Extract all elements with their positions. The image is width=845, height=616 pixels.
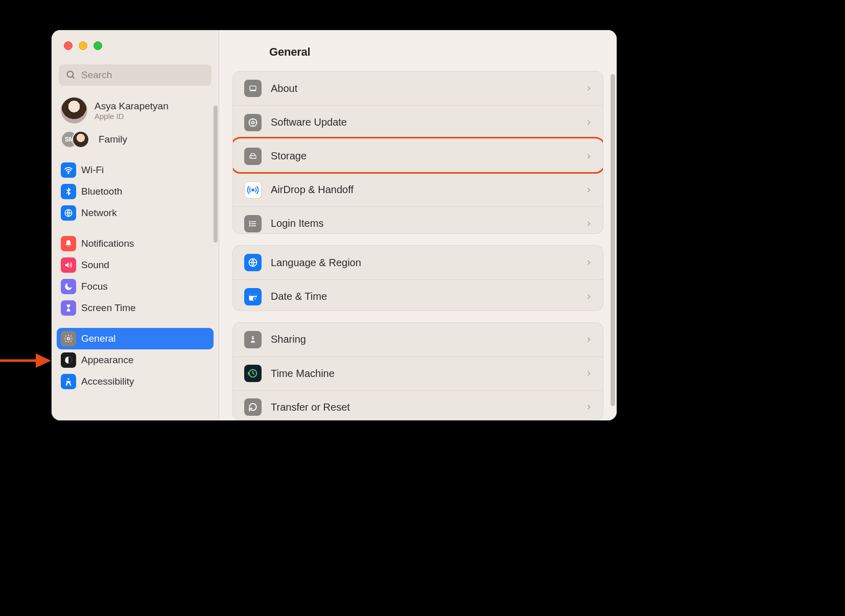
settings-group: About Software Update Storage — [232, 71, 603, 234]
sidebar-scrollbar[interactable] — [214, 106, 218, 243]
screentime-icon — [61, 300, 76, 316]
sidebar-item-general[interactable]: General — [57, 328, 214, 349]
row-label: Transfer or Reset — [271, 401, 585, 413]
sidebar-item-wifi[interactable]: Wi-Fi — [57, 159, 214, 181]
airdrop-icon — [244, 181, 262, 199]
chevron-right-icon — [585, 186, 592, 194]
family-row[interactable]: SM Family — [52, 126, 219, 156]
maximize-button[interactable] — [93, 41, 102, 50]
svg-point-6 — [67, 338, 70, 340]
storage-icon — [244, 148, 262, 165]
svg-rect-13 — [250, 155, 256, 158]
svg-point-12 — [252, 121, 254, 124]
sidebar-item-label: Appearance — [81, 354, 133, 366]
row-label: Language & Region — [271, 257, 585, 269]
row-label: Time Machine — [271, 368, 585, 380]
appearance-icon — [61, 352, 76, 368]
chevron-right-icon — [585, 119, 592, 127]
chevron-right-icon — [585, 152, 592, 160]
time-machine-icon — [244, 365, 262, 382]
family-label: Family — [99, 134, 127, 145]
general-icon — [61, 331, 76, 346]
row-airdrop-handoff[interactable]: AirDrop & Handoff — [233, 173, 603, 206]
sidebar-item-network[interactable]: Network — [57, 202, 214, 224]
sidebar-item-sound[interactable]: Sound — [57, 254, 214, 276]
svg-point-4 — [68, 173, 69, 174]
date-time-icon — [244, 288, 262, 305]
row-label: Date & Time — [271, 291, 585, 302]
search-icon — [66, 70, 76, 80]
svg-point-15 — [252, 189, 254, 191]
settings-window: Asya Karapetyan Apple ID SM Family Wi-Fi — [51, 30, 617, 421]
chevron-right-icon — [585, 293, 592, 301]
wifi-icon — [61, 162, 76, 178]
family-member-avatar — [72, 131, 89, 148]
close-button[interactable] — [64, 41, 73, 50]
svg-rect-9 — [250, 86, 256, 90]
sidebar-item-screentime[interactable]: Screen Time — [57, 297, 214, 319]
user-avatar — [61, 97, 87, 124]
row-date-time[interactable]: Date & Time — [233, 279, 603, 311]
account-subtitle: Apple ID — [95, 112, 169, 121]
svg-point-20 — [249, 223, 250, 224]
sidebar-item-label: Notifications — [81, 238, 134, 249]
svg-point-19 — [249, 221, 250, 222]
minimize-button[interactable] — [79, 41, 87, 50]
accessibility-icon — [61, 374, 76, 389]
chevron-right-icon — [585, 84, 592, 92]
network-icon — [61, 205, 76, 221]
focus-icon — [61, 279, 76, 294]
chevron-right-icon — [585, 258, 592, 267]
sharing-icon — [244, 331, 262, 348]
sound-icon — [61, 257, 76, 273]
sidebar-item-label: Sound — [81, 259, 109, 271]
sidebar-item-label: Screen Time — [81, 302, 136, 314]
row-label: Storage — [271, 150, 585, 162]
apple-id-row[interactable]: Asya Karapetyan Apple ID — [52, 86, 219, 126]
transfer-reset-icon — [244, 398, 262, 416]
svg-point-8 — [68, 378, 69, 380]
row-software-update[interactable]: Software Update — [233, 105, 603, 139]
search-input[interactable] — [59, 64, 212, 86]
sidebar-item-notifications[interactable]: Notifications — [57, 233, 214, 254]
sidebar-item-label: Network — [81, 207, 117, 219]
sidebar-item-bluetooth[interactable]: Bluetooth — [57, 181, 214, 202]
main-panel: General About Software Update — [219, 30, 617, 420]
sidebar-list: Wi-Fi Bluetooth Network Notification — [52, 156, 219, 392]
about-icon — [244, 80, 262, 97]
settings-group: Sharing Time Machine Transfer or Reset — [232, 322, 603, 420]
svg-line-3 — [73, 77, 75, 79]
sidebar-item-appearance[interactable]: Appearance — [57, 349, 214, 371]
sidebar-item-focus[interactable]: Focus — [57, 276, 214, 297]
row-sharing[interactable]: Sharing — [233, 323, 603, 357]
row-transfer-reset[interactable]: Transfer or Reset — [233, 390, 603, 420]
svg-rect-24 — [249, 294, 257, 296]
row-login-items[interactable]: Login Items — [233, 206, 603, 234]
row-label: AirDrop & Handoff — [271, 184, 585, 196]
sidebar-item-accessibility[interactable]: Accessibility — [57, 371, 214, 392]
software-update-icon — [244, 114, 262, 131]
page-title: General — [219, 30, 617, 71]
row-storage[interactable]: Storage — [233, 139, 603, 173]
row-time-machine[interactable]: Time Machine — [233, 357, 603, 390]
row-label: Sharing — [271, 334, 585, 345]
chevron-right-icon — [585, 220, 592, 228]
family-avatars: SM — [61, 131, 91, 148]
row-language-region[interactable]: Language & Region — [233, 246, 603, 279]
row-label: Software Update — [271, 116, 585, 128]
row-about[interactable]: About — [233, 72, 603, 105]
arrow-annotation — [0, 347, 51, 374]
svg-point-21 — [249, 225, 250, 226]
login-items-icon — [244, 215, 262, 232]
settings-group: Language & Region Date & Time — [232, 245, 603, 311]
sidebar-item-label: Focus — [81, 281, 108, 292]
svg-point-2 — [67, 72, 74, 78]
chevron-right-icon — [585, 403, 592, 411]
sidebar-item-label: Bluetooth — [81, 186, 122, 197]
main-scrollbar[interactable] — [611, 74, 615, 406]
chevron-right-icon — [585, 369, 592, 377]
search-wrap — [59, 64, 212, 86]
bluetooth-icon — [61, 184, 76, 199]
row-label: About — [271, 83, 585, 94]
svg-point-27 — [252, 337, 254, 339]
